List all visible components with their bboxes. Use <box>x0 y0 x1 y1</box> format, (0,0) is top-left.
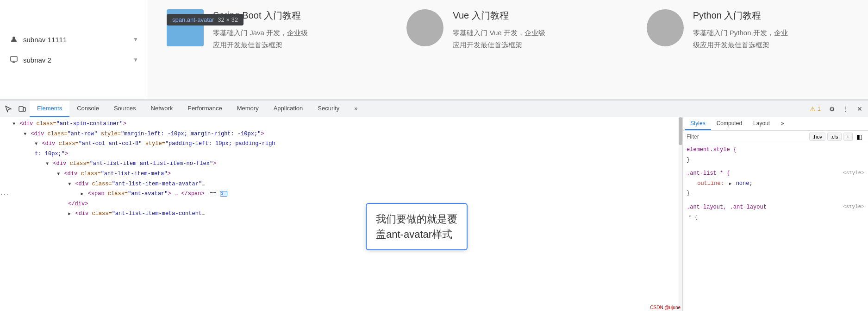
html-line-2[interactable]: ▼ <div class="ant-row" style="margin-lef… <box>0 129 682 140</box>
monitor-icon <box>9 55 19 64</box>
tab-memory[interactable]: Memory <box>230 101 266 117</box>
styles-tab-more[interactable]: » <box>775 117 790 130</box>
triangle-icon-2[interactable]: ▼ <box>24 132 26 137</box>
card-2: Vue 入门教程 零基础入门 Vue 开发，企业级 应用开发最佳首选框架 <box>406 9 609 51</box>
triangle-icon-6[interactable]: ▼ <box>57 171 60 177</box>
warning-icon: ⚠ <box>810 105 816 113</box>
close-icon[interactable]: ✕ <box>853 102 866 115</box>
tab-sources[interactable]: Sources <box>106 101 144 117</box>
element-tooltip: span.ant-avatar 32 × 32 <box>167 14 244 25</box>
elements-tooltip-line1: 我们要做的就是覆 <box>376 211 457 227</box>
content-cards-area: Spring Boot 入门教程 零基础入门 Java 开发，企业级 应用开发最… <box>148 0 868 99</box>
chevron-icon-2: ▼ <box>133 57 138 63</box>
sidebar-item-1[interactable]: subnav 11111 ▼ <box>0 29 148 50</box>
tab-console[interactable]: Console <box>69 101 106 117</box>
devtools-toolbar: Elements Console Sources Network Perform… <box>0 101 868 117</box>
website-preview: span.ant-avatar 32 × 32 subnav 11111 ▼ s… <box>0 0 868 100</box>
filter-hov-button[interactable]: :hov <box>809 133 825 141</box>
card-text-3: Python 入门教程 零基础入门 Python 开发，企业 级应用开发最佳首选… <box>693 9 849 51</box>
css-rule-ant-layout: .ant-layout, .ant-layout <style> * { <box>687 203 864 222</box>
html-line-9[interactable]: </div> <box>0 199 682 209</box>
tooltip-tag: span.ant-avatar <box>172 16 214 23</box>
styles-tab-computed[interactable]: Computed <box>711 117 748 130</box>
css-selector-ant-list: .ant-list * { <box>687 170 730 177</box>
css-brace-close-1: } <box>687 157 690 163</box>
inspect-element-icon[interactable] <box>2 102 15 115</box>
triangle-icon-5[interactable]: ▼ <box>46 161 49 166</box>
styles-tabs: Styles Computed Layout » <box>683 117 868 131</box>
html-line-8[interactable]: ... ▶ <span class="ant-avatar"> … </span… <box>0 189 682 199</box>
card-title-3: Python 入门教程 <box>693 9 849 21</box>
css-rule-ant-list: .ant-list * { <style> outline: ▶ none; } <box>687 169 864 199</box>
css-brace-close-2: } <box>687 190 690 197</box>
toolbar-right: ⚠ 1 ⚙ ⋮ ✕ <box>806 102 866 115</box>
svg-rect-1 <box>11 57 17 61</box>
elements-panel: ▼ <div class="ant-spin-container"> ▼ <di… <box>0 117 683 311</box>
tab-elements[interactable]: Elements <box>30 101 69 117</box>
css-selector-element: element.style { <box>687 146 737 153</box>
scrollbar-thumb[interactable] <box>679 117 682 145</box>
html-line-6[interactable]: ▼ <div class="ant-list-item-meta"> <box>0 169 682 179</box>
card-desc-2: 零基础入门 Vue 开发，企业级 应用开发最佳首选框架 <box>453 27 609 51</box>
styles-tab-layout[interactable]: Layout <box>748 117 775 130</box>
triangle-icon-3[interactable]: ▼ <box>35 141 37 146</box>
website-sidebar: subnav 11111 ▼ subnav 2 ▼ <box>0 0 148 99</box>
tab-network[interactable]: Network <box>144 101 181 117</box>
tab-performance[interactable]: Performance <box>180 101 229 117</box>
watermark: CSDN @ujune <box>650 305 681 310</box>
styles-tab-styles[interactable]: Styles <box>685 117 711 130</box>
devtools-body: ▼ <div class="ant-spin-container"> ▼ <di… <box>0 117 868 311</box>
svg-rect-4 <box>19 107 23 111</box>
toggle-sidebar-button[interactable]: ◧ <box>855 133 864 141</box>
css-rules: element.style { } .ant-list * { <style> … <box>683 143 868 311</box>
filter-cls-button[interactable]: .cls <box>827 133 842 141</box>
styles-filter-input[interactable] <box>687 133 806 140</box>
css-source-1: <style> <box>843 169 864 178</box>
styles-filter-row: :hov .cls + ◧ <box>683 131 868 143</box>
sidebar-label-2: subnav 2 <box>23 56 51 64</box>
elements-tooltip-line2: 盖ant-avatar样式 <box>376 227 457 242</box>
triangle-icon-7[interactable]: ▼ <box>68 182 71 187</box>
css-value-none: none; <box>736 180 753 187</box>
triangle-icon-1[interactable]: ▼ <box>12 121 15 127</box>
tab-security[interactable]: Security <box>310 101 347 117</box>
css-rule-element-style: element.style { } <box>687 145 864 165</box>
html-line-5[interactable]: ▼ <div class="ant-list-item ant-list-ite… <box>0 159 682 169</box>
warning-count: 1 <box>818 105 821 112</box>
sidebar-item-2[interactable]: subnav 2 ▼ <box>0 50 148 70</box>
styles-panel: Styles Computed Layout » :hov .cls + ◧ <box>683 117 868 311</box>
triangle-icon-10[interactable]: ▶ <box>68 211 71 216</box>
filter-add-button[interactable]: + <box>843 133 853 141</box>
css-prop-outline: outline: ▶ none; <box>687 179 864 189</box>
sidebar-label-1: subnav 11111 <box>23 36 67 44</box>
triangle-icon-8[interactable]: ▶ <box>81 191 83 197</box>
tab-more[interactable]: » <box>347 101 365 117</box>
warning-badge[interactable]: ⚠ 1 <box>806 104 824 114</box>
ellipsis-indicator: ... <box>0 189 5 198</box>
card-title-2: Vue 入门教程 <box>453 9 609 21</box>
html-line-3[interactable]: ▼ <div class="ant-col ant-col-8" style="… <box>0 139 682 149</box>
break-element-btn[interactable]: $= <box>220 191 227 197</box>
svg-rect-5 <box>23 108 25 111</box>
html-line-4[interactable]: t: 10px;"> <box>0 149 682 159</box>
elements-scrollbar[interactable] <box>679 117 682 311</box>
settings-icon[interactable]: ⚙ <box>825 102 838 115</box>
card-desc-3: 零基础入门 Python 开发，企业 级应用开发最佳首选框架 <box>693 27 849 51</box>
user-icon <box>9 35 19 44</box>
devtools-panel: Elements Console Sources Network Perform… <box>0 100 868 311</box>
tooltip-size: 32 × 32 <box>218 16 238 23</box>
chevron-icon-1: ▼ <box>133 36 138 43</box>
css-selector-ant-layout: .ant-layout, .ant-layout <box>687 204 767 210</box>
html-line-7[interactable]: ▼ <div class="ant-list-item-meta-avatar"… <box>0 179 682 190</box>
device-mode-icon[interactable] <box>16 102 29 115</box>
more-options-icon[interactable]: ⋮ <box>839 102 852 115</box>
devtools-tabs: Elements Console Sources Network Perform… <box>30 101 805 117</box>
html-tree: ▼ <div class="ant-spin-container"> ▼ <di… <box>0 117 682 221</box>
card-3: Python 入门教程 零基础入门 Python 开发，企业 级应用开发最佳首选… <box>647 9 849 51</box>
css-expand-triangle[interactable]: ▶ <box>729 182 731 186</box>
tab-application[interactable]: Application <box>266 101 311 117</box>
html-line-1[interactable]: ▼ <div class="ant-spin-container"> <box>0 119 682 129</box>
html-line-10[interactable]: ▶ <div class="ant-list-item-meta-content… <box>0 209 682 219</box>
card-desc-1: 零基础入门 Java 开发，企业级 应用开发最佳首选框架 <box>213 27 369 51</box>
elements-overlay-tooltip: 我们要做的就是覆 盖ant-avatar样式 <box>366 203 468 250</box>
